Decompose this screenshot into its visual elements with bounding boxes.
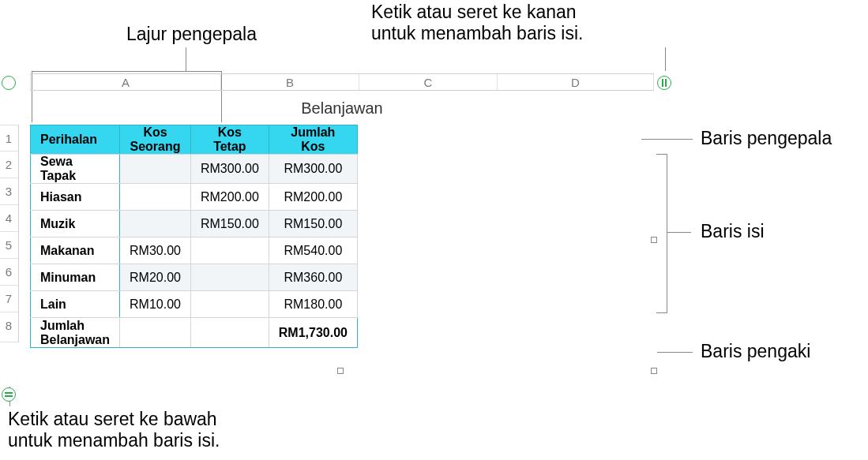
- cell[interactable]: [190, 237, 269, 264]
- footer-jumlah-kos[interactable]: RM1,730.00: [269, 318, 357, 348]
- table-row: Minuman RM20.00 RM360.00: [31, 264, 358, 291]
- selection-handle[interactable]: [337, 368, 344, 374]
- cell[interactable]: [190, 291, 269, 318]
- cell[interactable]: RM360.00: [269, 264, 357, 291]
- cell[interactable]: Hiasan: [31, 184, 120, 211]
- add-column-handle[interactable]: [657, 76, 671, 90]
- callout-header-column: Lajur pengepala: [126, 24, 257, 45]
- cell[interactable]: RM150.00: [269, 211, 357, 237]
- callout-add-bottom-l1: Ketik atau seret ke bawah: [8, 409, 220, 430]
- cell[interactable]: [120, 155, 191, 184]
- cell[interactable]: Muzik: [31, 211, 120, 237]
- callout-add-right-l2: untuk menambah baris isi.: [371, 23, 583, 44]
- column-head-d[interactable]: D: [498, 74, 654, 90]
- table-handle-origin[interactable]: [2, 76, 16, 90]
- leader-line: [665, 47, 666, 71]
- cell[interactable]: RM30.00: [120, 237, 191, 264]
- leader-line: [641, 139, 693, 140]
- table-title[interactable]: Belanjawan: [30, 99, 654, 118]
- add-row-handle[interactable]: [2, 387, 16, 402]
- cell[interactable]: [120, 184, 191, 211]
- cell[interactable]: RM200.00: [190, 184, 269, 211]
- leader-line: [186, 47, 186, 71]
- row-head-4[interactable]: 4: [0, 205, 18, 232]
- row-head-6[interactable]: 6: [0, 259, 18, 286]
- hdr-jumlah-kos[interactable]: Jumlah Kos: [269, 125, 357, 155]
- cell[interactable]: RM200.00: [269, 184, 357, 211]
- hdr-perihalan[interactable]: Perihalan: [31, 125, 120, 155]
- cell[interactable]: [120, 211, 191, 237]
- cell[interactable]: [190, 264, 269, 291]
- row-head-8[interactable]: 8: [0, 312, 18, 342]
- cell[interactable]: RM150.00: [190, 211, 269, 237]
- row-ruler: 1 2 3 4 5 6 7 8: [0, 125, 19, 342]
- cell[interactable]: Makanan: [31, 237, 120, 264]
- leader-line: [32, 71, 221, 72]
- selection-handle[interactable]: [651, 368, 657, 374]
- callout-footer-row: Baris pengaki: [701, 341, 810, 362]
- header-row: Perihalan Kos Seorang Kos Tetap Jumlah K…: [31, 125, 358, 155]
- column-head-a[interactable]: A: [30, 74, 221, 90]
- row-head-1[interactable]: 1: [0, 125, 18, 151]
- cell[interactable]: RM300.00: [190, 155, 269, 184]
- callout-add-bottom-l2: untuk menambah baris isi.: [8, 430, 220, 451]
- column-head-c[interactable]: C: [359, 74, 498, 90]
- cell[interactable]: Minuman: [31, 264, 120, 291]
- cell[interactable]: RM540.00: [269, 237, 357, 264]
- row-head-7[interactable]: 7: [0, 286, 18, 312]
- column-ruler: A B C D: [30, 73, 654, 91]
- cell[interactable]: RM20.00: [120, 264, 191, 291]
- bracket-line: [656, 154, 667, 313]
- footer-row: Jumlah Belanjawan RM1,730.00: [31, 318, 358, 348]
- callout-add-right: Ketik atau seret ke kanan untuk menambah…: [371, 2, 583, 44]
- table-row: Sewa Tapak RM300.00 RM300.00: [31, 155, 358, 184]
- leader-line: [657, 352, 693, 353]
- hdr-kos-tetap[interactable]: Kos Tetap: [190, 125, 269, 155]
- cell[interactable]: RM10.00: [120, 291, 191, 318]
- cell[interactable]: Sewa Tapak: [31, 155, 120, 184]
- cell[interactable]: Lain: [31, 291, 120, 318]
- table-row: Lain RM10.00 RM180.00: [31, 291, 358, 318]
- callout-header-row: Baris pengepala: [701, 128, 832, 149]
- callout-body-rows: Baris isi: [701, 221, 765, 242]
- selection-handle[interactable]: [651, 237, 657, 243]
- row-head-5[interactable]: 5: [0, 232, 18, 259]
- footer-kos-seorang[interactable]: [120, 318, 191, 348]
- data-table: Perihalan Kos Seorang Kos Tetap Jumlah K…: [30, 125, 358, 348]
- footer-kos-tetap[interactable]: [190, 318, 269, 348]
- row-head-2[interactable]: 2: [0, 151, 18, 178]
- callout-add-right-l1: Ketik atau seret ke kanan: [371, 2, 583, 23]
- table-row: Makanan RM30.00 RM540.00: [31, 237, 358, 264]
- leader-line: [667, 232, 691, 233]
- table-row: Hiasan RM200.00 RM200.00: [31, 184, 358, 211]
- column-head-b[interactable]: B: [221, 74, 359, 90]
- cell[interactable]: RM300.00: [269, 155, 357, 184]
- callout-add-bottom: Ketik atau seret ke bawah untuk menambah…: [8, 409, 220, 451]
- cell[interactable]: RM180.00: [269, 291, 357, 318]
- table-row: Muzik RM150.00 RM150.00: [31, 211, 358, 237]
- hdr-kos-seorang[interactable]: Kos Seorang: [120, 125, 191, 155]
- footer-perihalan[interactable]: Jumlah Belanjawan: [31, 318, 120, 348]
- row-head-3[interactable]: 3: [0, 178, 18, 205]
